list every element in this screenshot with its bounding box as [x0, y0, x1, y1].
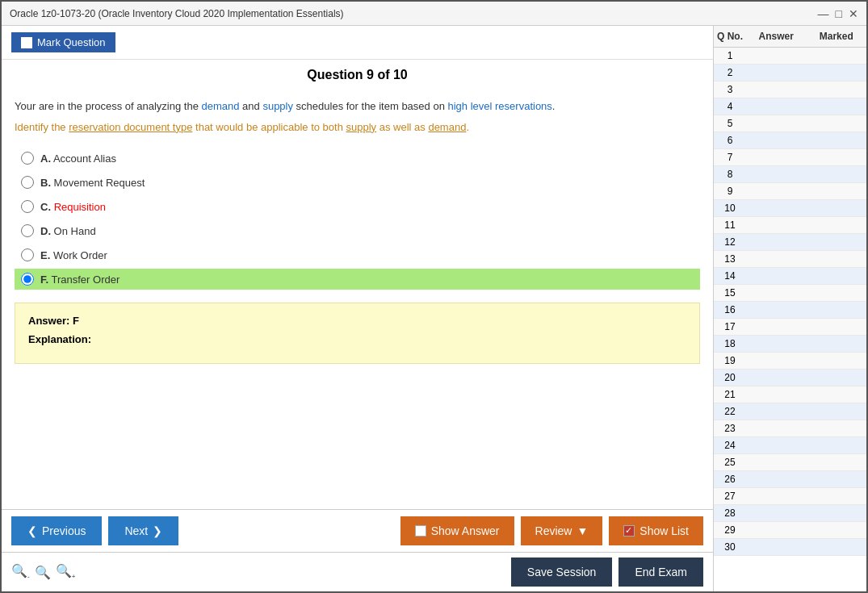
q-num: 1 — [714, 48, 746, 64]
main-content: Mark Question Question 9 of 10 Your are … — [2, 26, 866, 591]
option-b-radio[interactable] — [21, 176, 34, 189]
right-panel: Q No. Answer Marked 12345678910111213141… — [713, 26, 866, 591]
zoom-reset-button[interactable]: 🔍 — [35, 565, 51, 580]
q-list-row[interactable]: 26 — [714, 471, 866, 488]
end-exam-button[interactable]: End Exam — [619, 558, 703, 587]
zoom-out-button[interactable]: 🔍- — [11, 563, 30, 580]
previous-button[interactable]: Previous — [11, 516, 102, 545]
mark-question-button[interactable]: Mark Question — [11, 32, 115, 52]
zoom-in-button[interactable]: 🔍+ — [56, 563, 76, 580]
end-exam-label: End Exam — [635, 566, 687, 578]
q-marked — [807, 302, 867, 318]
options-list: A. Account Alias B. Movement Request C. … — [15, 148, 700, 290]
q-list-row[interactable]: 3 — [714, 81, 866, 98]
q-list-row[interactable]: 6 — [714, 132, 866, 149]
q-list-row[interactable]: 15 — [714, 285, 866, 302]
highlight-demand: demand — [202, 100, 240, 112]
q-list-row[interactable]: 16 — [714, 302, 866, 319]
q-list-row[interactable]: 22 — [714, 403, 866, 420]
close-icon[interactable]: ✕ — [849, 7, 858, 20]
underline-supply: supply — [346, 121, 377, 133]
option-a-label: A. Account Alias — [40, 152, 116, 165]
q-list-row[interactable]: 12 — [714, 234, 866, 251]
show-list-button[interactable]: Show List — [609, 516, 703, 545]
right-bottom-buttons: Save Session End Exam — [511, 558, 703, 587]
q-list-row[interactable]: 20 — [714, 370, 866, 386]
q-list-row[interactable]: 5 — [714, 115, 866, 132]
option-c[interactable]: C. Requisition — [15, 196, 700, 217]
option-f[interactable]: F. Transfer Order — [15, 269, 700, 290]
q-list-row[interactable]: 14 — [714, 268, 866, 285]
option-f-label: F. Transfer Order — [40, 274, 120, 286]
option-a-radio[interactable] — [21, 152, 34, 165]
mark-checkbox-icon — [21, 37, 32, 48]
q-answer — [746, 353, 807, 369]
q-marked — [807, 370, 867, 386]
q-list-row[interactable]: 13 — [714, 251, 866, 268]
q-answer — [746, 251, 807, 267]
next-button[interactable]: Next — [108, 516, 178, 545]
window-title: Oracle 1z0-1073-20 (Oracle Inventory Clo… — [10, 8, 344, 19]
option-d[interactable]: D. On Hand — [15, 220, 700, 241]
q-list-row[interactable]: 30 — [714, 539, 866, 556]
q-list-row[interactable]: 11 — [714, 217, 866, 234]
option-f-radio[interactable] — [21, 273, 34, 286]
q-num: 26 — [714, 471, 746, 487]
title-bar: Oracle 1z0-1073-20 (Oracle Inventory Clo… — [2, 2, 866, 26]
option-d-radio[interactable] — [21, 224, 34, 237]
q-answer — [746, 454, 807, 470]
q-list-row[interactable]: 19 — [714, 353, 866, 370]
answer-box: Answer: F Explanation: — [15, 303, 700, 364]
q-num: 4 — [714, 98, 746, 115]
q-num: 16 — [714, 302, 746, 318]
q-num: 22 — [714, 403, 746, 420]
q-list-row[interactable]: 4 — [714, 98, 866, 115]
q-num: 24 — [714, 437, 746, 453]
option-c-radio[interactable] — [21, 200, 34, 213]
previous-label: Previous — [42, 524, 86, 537]
q-marked — [807, 132, 867, 148]
q-list-row[interactable]: 21 — [714, 386, 866, 403]
option-a[interactable]: A. Account Alias — [15, 148, 700, 169]
q-num: 19 — [714, 353, 746, 369]
q-list-row[interactable]: 2 — [714, 65, 866, 81]
q-list-row[interactable]: 23 — [714, 420, 866, 437]
show-answer-button[interactable]: Show Answer — [400, 516, 514, 545]
q-marked — [807, 251, 867, 267]
q-list-row[interactable]: 1 — [714, 48, 866, 65]
q-list-row[interactable]: 24 — [714, 437, 866, 454]
q-list-row[interactable]: 8 — [714, 166, 866, 183]
q-answer — [746, 149, 807, 165]
option-e-radio[interactable] — [21, 248, 34, 261]
explanation-text: Explanation: — [28, 333, 686, 345]
q-num: 30 — [714, 539, 746, 555]
q-list-row[interactable]: 17 — [714, 319, 866, 336]
next-label: Next — [124, 524, 148, 537]
q-list-row[interactable]: 10 — [714, 200, 866, 217]
q-answer — [746, 132, 807, 148]
q-list-row[interactable]: 28 — [714, 505, 866, 522]
q-list-row[interactable]: 7 — [714, 149, 866, 166]
review-button[interactable]: Review ▼ — [521, 516, 603, 545]
q-answer — [746, 539, 807, 555]
show-list-label: Show List — [639, 524, 689, 537]
q-list-row[interactable]: 9 — [714, 183, 866, 200]
q-list-row[interactable]: 27 — [714, 488, 866, 505]
highlight-reservations: high level reservations — [448, 100, 552, 112]
q-list-row[interactable]: 18 — [714, 336, 866, 353]
save-session-button[interactable]: Save Session — [511, 558, 613, 587]
q-answer — [746, 98, 807, 115]
q-list-row[interactable]: 29 — [714, 522, 866, 539]
q-marked — [807, 234, 867, 250]
q-answer — [746, 65, 807, 81]
option-b[interactable]: B. Movement Request — [15, 172, 700, 193]
minimize-icon[interactable]: — — [818, 7, 829, 20]
q-answer — [746, 200, 807, 216]
q-num: 11 — [714, 217, 746, 233]
maximize-icon[interactable]: □ — [836, 7, 842, 20]
q-num: 28 — [714, 505, 746, 521]
q-marked — [807, 115, 867, 132]
q-list-row[interactable]: 25 — [714, 454, 866, 471]
option-d-label: D. On Hand — [40, 225, 96, 237]
option-e[interactable]: E. Work Order — [15, 244, 700, 265]
